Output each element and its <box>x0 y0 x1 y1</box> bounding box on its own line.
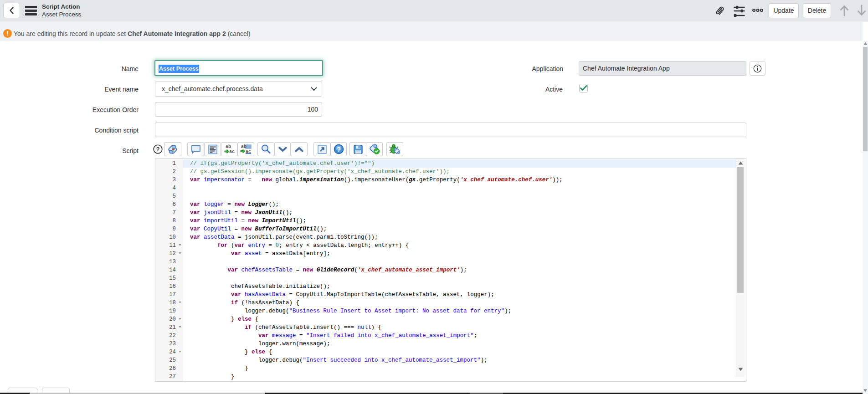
svg-text:?: ? <box>337 146 341 153</box>
svg-text:ac: ac <box>229 149 235 154</box>
svg-text:?: ? <box>156 146 160 153</box>
svg-text:ab: ab <box>226 144 231 149</box>
svg-text:ab: ab <box>241 144 247 149</box>
